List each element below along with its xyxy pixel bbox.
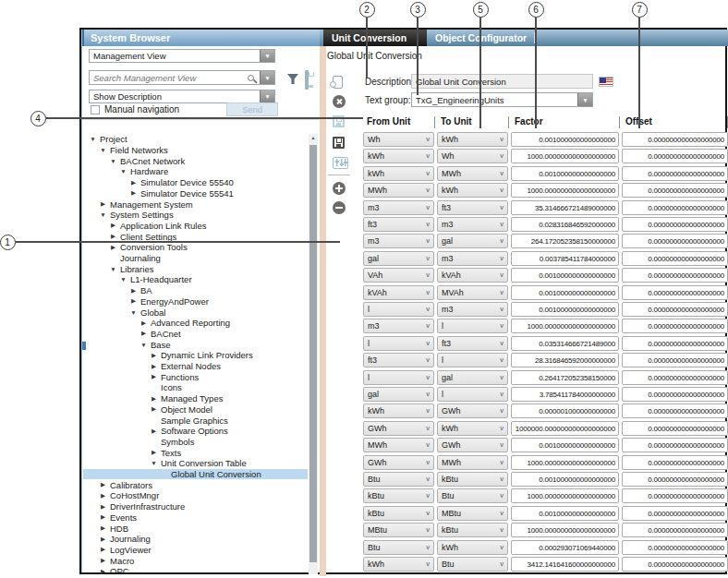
tree-item[interactable]: ▶Application Link Rules bbox=[83, 221, 308, 232]
search-input[interactable] bbox=[90, 71, 248, 84]
collapse-arrow-icon[interactable]: ▼ bbox=[150, 460, 158, 466]
factor-input[interactable]: 1000.000000000000000000 bbox=[511, 488, 619, 503]
expand-arrow-icon[interactable]: ▶ bbox=[99, 524, 107, 532]
chevron-down-icon[interactable]: v bbox=[426, 543, 430, 551]
tree-item[interactable]: ▼Libraries bbox=[83, 263, 308, 274]
to-unit-select[interactable]: Whv bbox=[437, 149, 508, 163]
factor-input[interactable]: 0.000293071069440000 bbox=[511, 540, 619, 555]
offset-input[interactable]: 0.000000000000000000 bbox=[622, 183, 728, 198]
expand-arrow-icon[interactable]: ▶ bbox=[99, 546, 107, 553]
tree-item[interactable]: ▶HDB bbox=[83, 523, 308, 534]
to-unit-select[interactable]: m3v bbox=[437, 251, 508, 266]
chevron-down-icon[interactable]: v bbox=[500, 186, 504, 194]
to-unit-select[interactable]: lv bbox=[437, 319, 508, 333]
to-unit-select[interactable]: MVAhv bbox=[437, 285, 508, 300]
offset-input[interactable]: 0.000000000000000000 bbox=[622, 251, 728, 266]
tree-item[interactable]: ▶DriverInfrastructure bbox=[83, 501, 308, 512]
to-unit-select[interactable]: kBtuv bbox=[437, 523, 508, 537]
chevron-down-icon[interactable]: v bbox=[500, 236, 504, 245]
chevron-down-icon[interactable]: v bbox=[426, 525, 430, 534]
factor-input[interactable]: 0.035314666721489000 bbox=[511, 336, 619, 351]
panel-splitter[interactable] bbox=[320, 46, 326, 576]
to-unit-select[interactable]: kWhv bbox=[437, 540, 508, 555]
expand-arrow-icon[interactable]: ▶ bbox=[129, 189, 138, 197]
chevron-down-icon[interactable]: v bbox=[500, 560, 504, 568]
panel-edge-handle[interactable] bbox=[82, 342, 86, 350]
chevron-down-icon[interactable]: v bbox=[500, 169, 504, 177]
factor-input[interactable]: 3412.141641600000000000 bbox=[511, 557, 619, 572]
collapse-arrow-icon[interactable]: ▼ bbox=[109, 158, 117, 164]
remove-icon[interactable] bbox=[333, 201, 346, 214]
tree-item[interactable]: Journaling bbox=[83, 253, 308, 264]
chevron-down-icon[interactable]: v bbox=[426, 288, 430, 296]
offset-input[interactable]: 0.000000000000000000 bbox=[622, 166, 728, 181]
expand-arrow-icon[interactable]: ▶ bbox=[109, 222, 117, 229]
tree-item[interactable]: ▶OPC bbox=[83, 566, 308, 574]
tree-item[interactable]: ▶Advanced Reporting bbox=[83, 318, 308, 329]
factor-input[interactable]: 35.314666721489000000 bbox=[511, 200, 619, 215]
chevron-down-icon[interactable]: v bbox=[426, 186, 430, 194]
chevron-down-icon[interactable]: v bbox=[426, 220, 430, 228]
from-unit-select[interactable]: Btuv bbox=[363, 472, 434, 487]
to-unit-select[interactable]: kWhv bbox=[437, 132, 508, 147]
scrollbar-thumb[interactable] bbox=[309, 145, 317, 562]
chevron-down-icon[interactable]: ▼ bbox=[260, 71, 274, 84]
factor-input[interactable]: 1000.000000000000000000 bbox=[511, 183, 619, 198]
tab-object-configurator[interactable]: Object Configurator bbox=[427, 30, 530, 46]
chevron-down-icon[interactable]: v bbox=[426, 151, 430, 160]
offset-input[interactable]: 0.000000000000000000 bbox=[622, 403, 728, 418]
to-unit-select[interactable]: m3v bbox=[437, 217, 508, 232]
tree-item[interactable]: ▶Software Options bbox=[83, 426, 308, 437]
from-unit-select[interactable]: MWhv bbox=[363, 183, 434, 198]
chevron-down-icon[interactable]: v bbox=[500, 135, 504, 143]
tree-item[interactable]: ▼L1-Headquarter bbox=[83, 274, 308, 285]
chevron-down-icon[interactable]: v bbox=[500, 339, 504, 347]
chevron-down-icon[interactable]: v bbox=[426, 560, 430, 568]
factor-input[interactable]: 0.001000000000000000 bbox=[511, 166, 619, 181]
to-unit-select[interactable]: ft3v bbox=[437, 200, 508, 215]
factor-input[interactable]: 1000.000000000000000000 bbox=[511, 149, 619, 163]
tree-item[interactable]: ▶Conversion Tools bbox=[83, 242, 308, 253]
tree-item[interactable]: Global Unit Conversion bbox=[83, 469, 308, 480]
chevron-down-icon[interactable]: v bbox=[500, 440, 504, 449]
to-unit-select[interactable]: m3v bbox=[437, 302, 508, 317]
chevron-down-icon[interactable]: v bbox=[500, 355, 504, 364]
collapse-arrow-icon[interactable]: ▼ bbox=[140, 342, 148, 348]
factor-input[interactable]: 0.000001000000000000 bbox=[511, 403, 619, 418]
description-field[interactable]: Global Unit Conversion bbox=[411, 74, 593, 89]
offset-input[interactable]: 0.000000000000000000 bbox=[622, 353, 728, 367]
expand-arrow-icon[interactable]: ▶ bbox=[109, 233, 117, 240]
from-unit-select[interactable]: m3v bbox=[363, 319, 434, 333]
add-icon[interactable] bbox=[333, 182, 346, 195]
chevron-down-icon[interactable]: v bbox=[426, 475, 430, 483]
factor-input[interactable]: 0.001000000000000000 bbox=[511, 132, 619, 147]
tree-item[interactable]: ▼Hardware bbox=[83, 166, 308, 177]
from-unit-select[interactable]: ft3v bbox=[363, 353, 434, 367]
chevron-down-icon[interactable]: v bbox=[500, 288, 504, 296]
delete-icon[interactable] bbox=[333, 95, 346, 108]
chevron-down-icon[interactable]: v bbox=[426, 509, 430, 517]
new-object-icon[interactable] bbox=[333, 76, 343, 89]
offset-input[interactable]: 0.000000000000000000 bbox=[622, 472, 728, 487]
from-unit-select[interactable]: galv bbox=[363, 251, 434, 266]
to-unit-select[interactable]: ft3v bbox=[437, 336, 508, 351]
from-unit-select[interactable]: galv bbox=[363, 387, 434, 402]
from-unit-select[interactable]: kBtuv bbox=[363, 506, 434, 521]
from-unit-select[interactable]: kWhv bbox=[363, 557, 434, 572]
scroll-up-icon[interactable]: ▲ bbox=[309, 135, 318, 140]
chevron-down-icon[interactable]: v bbox=[426, 491, 430, 500]
chevron-down-icon[interactable]: v bbox=[500, 151, 504, 160]
offset-input[interactable]: 0.000000000000000000 bbox=[622, 506, 728, 521]
from-unit-select[interactable]: kVAhv bbox=[363, 285, 434, 300]
chevron-down-icon[interactable]: v bbox=[426, 390, 430, 398]
tree-item[interactable]: Sample Graphics bbox=[83, 415, 308, 426]
chevron-down-icon[interactable]: v bbox=[500, 254, 504, 262]
collapse-arrow-icon[interactable]: ▼ bbox=[99, 211, 107, 218]
expand-arrow-icon[interactable]: ▶ bbox=[150, 363, 158, 370]
from-unit-select[interactable]: GWhv bbox=[363, 455, 434, 470]
chevron-down-icon[interactable]: v bbox=[426, 135, 430, 143]
offset-input[interactable]: 0.000000000000000000 bbox=[622, 523, 728, 537]
expand-arrow-icon[interactable]: ▶ bbox=[99, 200, 107, 208]
chevron-down-icon[interactable]: v bbox=[500, 406, 504, 415]
offset-input[interactable]: 0.000000000000000000 bbox=[622, 200, 728, 215]
